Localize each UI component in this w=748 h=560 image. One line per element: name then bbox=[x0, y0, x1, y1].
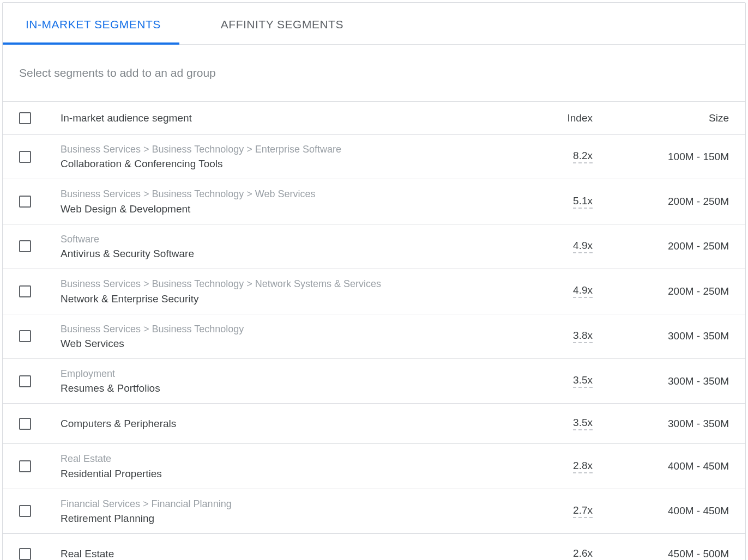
table-row: EmploymentResumes & Portfolios3.5x300M -… bbox=[3, 359, 745, 404]
row-checkbox[interactable] bbox=[19, 460, 31, 472]
segment-index: 3.5x bbox=[573, 417, 593, 430]
segment-index: 5.1x bbox=[573, 195, 593, 209]
row-checkbox[interactable] bbox=[19, 418, 31, 430]
segment-size: 200M - 250M bbox=[668, 240, 729, 252]
segment-breadcrumb: Real Estate bbox=[61, 453, 516, 465]
segments-table: In-market audience segment Index Size Bu… bbox=[3, 102, 745, 560]
row-checkbox[interactable] bbox=[19, 505, 31, 517]
table-row: Business Services > Business Technology … bbox=[3, 179, 745, 224]
segment-breadcrumb: Business Services > Business Technology bbox=[61, 323, 516, 336]
tab-affinity[interactable]: AFFINITY SEGMENTS bbox=[221, 3, 343, 44]
segment-name: Retirement Planning bbox=[61, 513, 516, 525]
segment-breadcrumb: Financial Services > Financial Planning bbox=[61, 498, 516, 510]
segment-size: 300M - 350M bbox=[668, 418, 729, 429]
segment-breadcrumb: Employment bbox=[61, 368, 516, 380]
segment-breadcrumb: Software bbox=[61, 233, 516, 246]
tab-in-market[interactable]: IN-MARKET SEGMENTS bbox=[26, 3, 161, 44]
segment-breadcrumb: Business Services > Business Technology … bbox=[61, 143, 516, 156]
table-row: Real Estate2.6x450M - 500M bbox=[3, 534, 745, 560]
segment-index: 2.6x bbox=[573, 547, 593, 560]
segment-name: Antivirus & Security Software bbox=[61, 248, 516, 260]
segment-index: 8.2x bbox=[573, 150, 593, 163]
segments-panel: IN-MARKET SEGMENTS AFFINITY SEGMENTS Sel… bbox=[2, 2, 746, 560]
segment-name: Computers & Peripherals bbox=[61, 418, 516, 430]
segment-name: Collaboration & Conferencing Tools bbox=[61, 158, 516, 170]
segment-name: Real Estate bbox=[61, 548, 516, 560]
segment-name: Residential Properties bbox=[61, 468, 516, 480]
segment-index: 3.8x bbox=[573, 330, 593, 343]
column-header-index[interactable]: Index bbox=[516, 112, 593, 124]
row-checkbox[interactable] bbox=[19, 196, 31, 208]
segment-name: Network & Enterprise Security bbox=[61, 293, 516, 305]
segment-size: 450M - 500M bbox=[668, 548, 729, 559]
segment-index: 4.9x bbox=[573, 284, 593, 298]
table-row: SoftwareAntivirus & Security Software4.9… bbox=[3, 224, 745, 269]
row-checkbox[interactable] bbox=[19, 548, 31, 560]
segment-name: Resumes & Portfolios bbox=[61, 382, 516, 394]
segment-size: 400M - 450M bbox=[668, 505, 729, 516]
table-row: Computers & Peripherals3.5x300M - 350M bbox=[3, 404, 745, 444]
segment-name: Web Services bbox=[61, 338, 516, 350]
row-checkbox[interactable] bbox=[19, 375, 31, 387]
segment-index: 2.8x bbox=[573, 460, 593, 473]
table-row: Real EstateResidential Properties2.8x400… bbox=[3, 444, 745, 489]
table-row: Business Services > Business Technology … bbox=[3, 269, 745, 314]
row-checkbox[interactable] bbox=[19, 330, 31, 342]
table-header-row: In-market audience segment Index Size bbox=[3, 102, 745, 135]
segment-size: 300M - 350M bbox=[668, 330, 729, 342]
segment-breadcrumb: Business Services > Business Technology … bbox=[61, 278, 516, 290]
segment-size: 100M - 150M bbox=[668, 151, 729, 162]
segment-breadcrumb: Business Services > Business Technology … bbox=[61, 188, 516, 200]
segment-index: 4.9x bbox=[573, 240, 593, 253]
segment-name: Web Design & Development bbox=[61, 203, 516, 215]
row-checkbox[interactable] bbox=[19, 240, 31, 252]
table-row: Financial Services > Financial PlanningR… bbox=[3, 489, 745, 534]
tabs-bar: IN-MARKET SEGMENTS AFFINITY SEGMENTS bbox=[3, 3, 745, 45]
segment-size: 200M - 250M bbox=[668, 285, 729, 297]
table-row: Business Services > Business TechnologyW… bbox=[3, 314, 745, 359]
segment-index: 2.7x bbox=[573, 504, 593, 518]
segment-index: 3.5x bbox=[573, 374, 593, 388]
segment-size: 400M - 450M bbox=[668, 460, 729, 472]
segment-size: 200M - 250M bbox=[668, 196, 729, 207]
table-row: Business Services > Business Technology … bbox=[3, 135, 745, 179]
column-header-size[interactable]: Size bbox=[593, 112, 729, 124]
select-all-checkbox[interactable] bbox=[19, 112, 31, 124]
segment-size: 300M - 350M bbox=[668, 375, 729, 387]
row-checkbox[interactable] bbox=[19, 285, 31, 297]
column-header-segment[interactable]: In-market audience segment bbox=[61, 112, 516, 124]
instruction-text: Select segments to add to an ad group bbox=[3, 45, 745, 102]
row-checkbox[interactable] bbox=[19, 151, 31, 163]
